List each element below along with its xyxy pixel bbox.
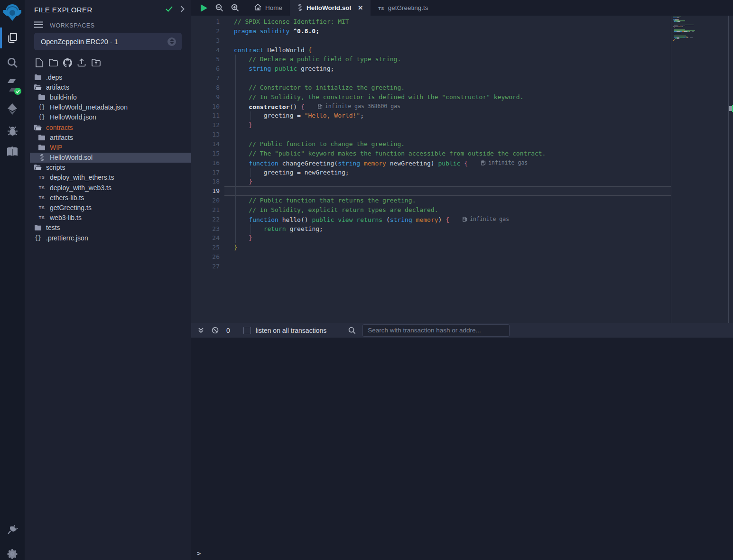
line-number: 19	[191, 186, 220, 196]
rail-deploy-run[interactable]	[0, 99, 25, 119]
tree-item-label: artifacts	[50, 134, 73, 141]
tree-item-helloworld-json[interactable]: {}HelloWorld.json	[25, 112, 191, 122]
tree-item-ethers-lib-ts[interactable]: TSethers-lib.ts	[25, 193, 191, 202]
workspace-select[interactable]: OpenZeppelin ERC20 - 1	[34, 33, 182, 50]
listen-transactions-label: listen on all transactions	[256, 327, 326, 334]
line-number: 6	[191, 64, 220, 73]
code-line[interactable]: 1// SPDX-License-Identifier: MIT	[191, 17, 671, 27]
tree-item-web3-lib-ts[interactable]: TSweb3-lib.ts	[25, 213, 191, 223]
rail-search[interactable]	[0, 52, 25, 73]
folder-open-icon	[34, 125, 42, 130]
hamburger-menu-icon[interactable]	[34, 21, 43, 30]
code-line[interactable]: 7	[191, 73, 671, 83]
folder-icon	[35, 225, 41, 230]
tree-item-deploy-with-web3-ts[interactable]: TSdeploy_with_web3.ts	[25, 183, 191, 193]
minimap[interactable]	[673, 17, 717, 44]
code-line[interactable]: 24 }	[191, 233, 671, 243]
code-line[interactable]: 14 // Public function to change the gree…	[191, 139, 671, 149]
panel-divider	[728, 16, 729, 323]
zoom-out-icon[interactable]	[212, 0, 227, 16]
code-line[interactable]: 25}	[191, 243, 671, 252]
code-line[interactable]: 6 string public greeting;	[191, 64, 671, 73]
line-number: 10	[191, 102, 220, 111]
new-folder-icon[interactable]	[48, 58, 58, 67]
tree-item-scripts[interactable]: scripts	[25, 163, 191, 173]
code-line[interactable]: 4contract HelloWorld {	[191, 46, 671, 55]
tree-item--deps[interactable]: .deps	[25, 72, 191, 82]
chevron-right-icon[interactable]	[180, 6, 185, 14]
line-number: 11	[191, 111, 220, 120]
workspaces-row: WORKSPACES	[34, 21, 95, 30]
code-line[interactable]: 17 greeting = newGreeting;	[191, 168, 671, 177]
new-file-icon[interactable]	[34, 58, 44, 67]
code-line[interactable]: 26	[191, 252, 671, 262]
code-line[interactable]: 20 // Public function that returns the g…	[191, 196, 671, 205]
github-icon[interactable]	[63, 58, 72, 67]
tree-item-wip[interactable]: WIP	[25, 142, 191, 152]
tree-item-label: build-info	[50, 93, 77, 101]
tree-item-artifacts[interactable]: artifacts	[25, 132, 191, 142]
code-line[interactable]: 10 constructor() {infinite gas 368600 ga…	[191, 102, 671, 111]
code-line[interactable]: 22 function hello() public view returns …	[191, 215, 671, 224]
tree-item-deploy-with-ethers-ts[interactable]: TSdeploy_with_ethers.ts	[25, 173, 191, 183]
plug-icon	[7, 524, 19, 536]
listen-transactions-checkbox[interactable]	[243, 327, 251, 334]
transaction-search-input[interactable]	[362, 324, 510, 337]
tab-home[interactable]: Home	[247, 0, 290, 16]
code-line[interactable]: 18 }	[191, 177, 671, 186]
line-number: 12	[191, 120, 220, 130]
gas-pump-icon	[318, 104, 323, 109]
rail-plugin-manager[interactable]	[0, 520, 25, 541]
line-number: 5	[191, 55, 220, 64]
tab-getgreeting-ts[interactable]: TSgetGreeting.ts	[371, 0, 436, 16]
run-script-button[interactable]	[196, 0, 212, 16]
file-explorer-panel: FILE EXPLORER WORKSPACES OpenZeppelin ER…	[25, 0, 191, 560]
remix-logo-icon	[1, 1, 23, 23]
line-number: 23	[191, 224, 220, 234]
zoom-in-icon[interactable]	[227, 0, 243, 16]
line-number: 24	[191, 233, 220, 243]
code-line[interactable]: 19	[191, 186, 671, 196]
code-line[interactable]: 2pragma solidity ^0.8.0;	[191, 27, 671, 36]
folder-icon	[38, 94, 45, 100]
line-number: 7	[191, 73, 220, 83]
code-line[interactable]: 16 function changeGreeting(string memory…	[191, 158, 671, 168]
accept-check-icon[interactable]	[166, 5, 173, 14]
rail-settings[interactable]	[0, 543, 25, 560]
code-line[interactable]: 13	[191, 130, 671, 139]
tree-item-getgreeting-ts[interactable]: TSgetGreeting.ts	[25, 202, 191, 212]
close-tab-icon[interactable]: ✕	[358, 4, 363, 11]
code-editor[interactable]: 1// SPDX-License-Identifier: MIT2pragma …	[191, 16, 671, 323]
code-line[interactable]: 9 // In Solidity, the constructor is def…	[191, 92, 671, 102]
upload-file-icon[interactable]	[77, 58, 86, 67]
tree-item--prettierrc-json[interactable]: {}.prettierrc.json	[25, 233, 191, 243]
rail-debugger[interactable]	[0, 120, 25, 141]
clear-console-icon[interactable]	[211, 327, 219, 334]
terminal-output[interactable]: >	[191, 338, 733, 560]
tree-item-label: WIP	[50, 144, 62, 151]
tree-item-helloworld-sol[interactable]: HelloWorld.sol	[25, 153, 191, 163]
code-line[interactable]: 15 // The "public" keyword makes the fun…	[191, 149, 671, 158]
folder-open-icon	[34, 165, 42, 170]
code-line[interactable]: 11 greeting = "Hello, World!";	[191, 111, 671, 120]
remix-logo[interactable]	[0, 1, 25, 24]
upload-folder-icon[interactable]	[91, 58, 101, 67]
code-line[interactable]: 5 // Declare a public field of type stri…	[191, 55, 671, 64]
code-line[interactable]: 12 }	[191, 120, 671, 130]
collapse-terminal-icon[interactable]	[197, 327, 204, 333]
code-line[interactable]: 27	[191, 262, 671, 271]
rail-solidity-compiler[interactable]	[0, 75, 25, 96]
code-line[interactable]: 21 // In Solidity, explicit return types…	[191, 205, 671, 215]
tab-label: HelloWorld.sol	[306, 4, 351, 11]
tab-helloworld-sol[interactable]: HelloWorld.sol✕	[290, 0, 371, 16]
rail-file-explorer[interactable]	[0, 28, 25, 48]
tree-item-helloworld-metadata-json[interactable]: {}HelloWorld_metadata.json	[25, 102, 191, 112]
code-line[interactable]: 8 // Constructor to initialize the greet…	[191, 83, 671, 92]
tree-item-artifacts[interactable]: artifacts	[25, 82, 191, 92]
code-line[interactable]: 23 return greeting;	[191, 224, 671, 234]
tree-item-tests[interactable]: tests	[25, 223, 191, 233]
rail-learn[interactable]	[0, 141, 25, 162]
tree-item-contracts[interactable]: contracts	[25, 122, 191, 132]
tree-item-build-info[interactable]: build-info	[25, 92, 191, 102]
code-line[interactable]: 3	[191, 36, 671, 46]
